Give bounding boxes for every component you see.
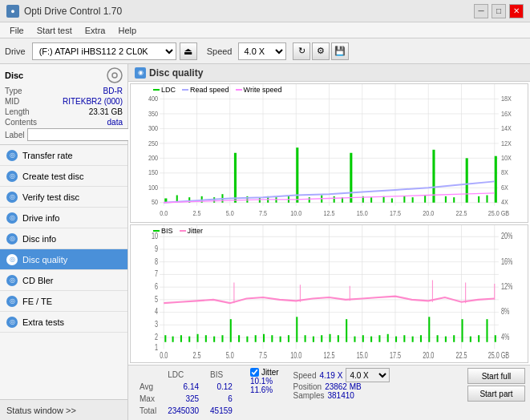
bis-legend-item: BIS bbox=[153, 227, 173, 235]
svg-text:12.5: 12.5 bbox=[323, 350, 334, 359]
nav-drive-info[interactable]: ◎ Drive info bbox=[0, 208, 127, 228]
svg-text:20%: 20% bbox=[501, 231, 513, 240]
eject-button[interactable]: ⏏ bbox=[180, 42, 197, 60]
svg-rect-134 bbox=[213, 336, 215, 341]
svg-rect-132 bbox=[197, 333, 199, 341]
bis-legend: BIS Jitter bbox=[153, 227, 203, 235]
svg-text:15.0: 15.0 bbox=[357, 209, 368, 217]
maximize-button[interactable]: □ bbox=[492, 4, 506, 18]
type-label: Type bbox=[5, 87, 22, 95]
nav-cd-bler[interactable]: ◎ CD Bler bbox=[0, 270, 127, 291]
svg-rect-59 bbox=[275, 197, 277, 203]
transfer-rate-label: Transfer rate bbox=[22, 151, 73, 160]
speed-stat-label: Speed bbox=[293, 371, 317, 380]
svg-text:16X: 16X bbox=[501, 110, 512, 118]
cd-bler-label: CD Bler bbox=[22, 276, 54, 285]
svg-text:22.5: 22.5 bbox=[455, 209, 467, 217]
ldc-label: LDC bbox=[161, 86, 176, 94]
jitter-legend-item: Jitter bbox=[180, 227, 204, 235]
menu-file[interactable]: File bbox=[3, 22, 30, 38]
svg-rect-66 bbox=[350, 153, 352, 203]
nav-transfer-rate[interactable]: ◎ Transfer rate bbox=[0, 145, 127, 166]
menu-start-test[interactable]: Start test bbox=[30, 22, 79, 38]
nav-fe-te[interactable]: ◎ FE / TE bbox=[0, 291, 127, 312]
start-full-button[interactable]: Start full bbox=[467, 368, 525, 384]
bis-label: BIS bbox=[161, 227, 173, 235]
minimize-button[interactable]: ─ bbox=[474, 4, 488, 18]
menu-extra[interactable]: Extra bbox=[79, 22, 112, 38]
svg-text:300: 300 bbox=[148, 124, 158, 132]
read-speed-dot bbox=[182, 89, 188, 91]
start-buttons: Start full Start part bbox=[467, 368, 525, 402]
svg-text:17.5: 17.5 bbox=[390, 209, 401, 217]
svg-rect-145 bbox=[305, 335, 306, 342]
close-button[interactable]: ✕ bbox=[509, 4, 524, 18]
svg-text:10.0: 10.0 bbox=[290, 209, 301, 217]
svg-text:2: 2 bbox=[155, 332, 158, 341]
disc-quality-label: Disc quality bbox=[22, 255, 67, 265]
speed-stat-value: 4.19 X bbox=[319, 371, 342, 380]
svg-text:22.5: 22.5 bbox=[455, 350, 467, 359]
speed-select[interactable]: 4.0 X 8.0 X Max bbox=[238, 42, 286, 60]
svg-rect-144 bbox=[296, 317, 297, 341]
svg-rect-75 bbox=[445, 196, 447, 203]
status-window-button[interactable]: Status window >> bbox=[0, 399, 127, 420]
svg-text:4X: 4X bbox=[501, 199, 508, 207]
menu-help[interactable]: Help bbox=[111, 22, 143, 38]
svg-rect-129 bbox=[172, 336, 174, 341]
app-title: Opti Drive Control 1.70 bbox=[24, 6, 474, 17]
nav-create-test-disc[interactable]: ◎ Create test disc bbox=[0, 166, 127, 187]
stats-table: LDC BIS Avg 6.14 0.12 Max 325 6 bbox=[133, 368, 239, 418]
svg-text:5.0: 5.0 bbox=[226, 209, 234, 217]
nav-disc-info[interactable]: ◎ Disc info bbox=[0, 228, 127, 249]
left-panel: Disc Type BD-R MID RITEKBR2 (000) Length… bbox=[0, 64, 128, 420]
svg-text:4: 4 bbox=[155, 307, 158, 316]
svg-rect-149 bbox=[338, 335, 339, 342]
contents-label: Contents bbox=[5, 118, 37, 127]
svg-rect-154 bbox=[378, 335, 380, 342]
svg-text:200: 200 bbox=[148, 154, 158, 162]
start-part-button[interactable]: Start part bbox=[467, 386, 525, 402]
create-test-disc-icon: ◎ bbox=[6, 171, 18, 182]
fe-te-label: FE / TE bbox=[22, 297, 52, 306]
svg-rect-55 bbox=[234, 153, 237, 203]
ldc-color-dot bbox=[153, 89, 160, 91]
svg-rect-164 bbox=[462, 319, 463, 342]
nav-disc-quality[interactable]: ◎ Disc quality bbox=[0, 249, 127, 270]
svg-text:250: 250 bbox=[148, 139, 158, 147]
svg-rect-168 bbox=[495, 335, 496, 342]
svg-text:400: 400 bbox=[148, 95, 158, 103]
app-icon: ● bbox=[6, 5, 19, 18]
transfer-rate-icon: ◎ bbox=[6, 150, 18, 161]
settings-icon-btn[interactable]: ⚙ bbox=[312, 42, 330, 60]
ldc-legend-item: LDC bbox=[153, 86, 176, 94]
speed-label: Speed bbox=[207, 46, 233, 56]
cd-bler-icon: ◎ bbox=[6, 275, 18, 286]
svg-text:2.5: 2.5 bbox=[192, 209, 200, 217]
speed-stat-select[interactable]: 4.0 X bbox=[346, 368, 390, 382]
svg-point-1 bbox=[112, 73, 117, 78]
svg-rect-70 bbox=[391, 198, 393, 202]
svg-rect-62 bbox=[309, 197, 310, 203]
jitter-checkbox[interactable] bbox=[250, 368, 259, 377]
svg-text:1: 1 bbox=[155, 342, 158, 351]
svg-rect-128 bbox=[164, 335, 166, 342]
jitter-dot bbox=[180, 230, 186, 232]
avg-ldc: 6.14 bbox=[163, 382, 204, 392]
nav-verify-test-disc[interactable]: ◎ Verify test disc bbox=[0, 187, 127, 208]
svg-rect-147 bbox=[321, 335, 322, 342]
label-input[interactable] bbox=[27, 128, 134, 141]
nav-extra-tests[interactable]: ◎ Extra tests bbox=[0, 312, 127, 333]
max-jitter: 11.6% bbox=[250, 386, 279, 394]
svg-text:8%: 8% bbox=[501, 307, 510, 316]
mid-value: RITEKBR2 (000) bbox=[63, 97, 123, 106]
position-label: Position bbox=[293, 382, 322, 391]
svg-rect-71 bbox=[403, 196, 405, 203]
svg-rect-156 bbox=[395, 336, 397, 341]
avg-jitter: 10.1% bbox=[250, 377, 279, 386]
toolbar: Drive (F:) ATAPI iHBS112 2 CL0K ⏏ Speed … bbox=[0, 38, 530, 64]
svg-rect-163 bbox=[453, 335, 455, 342]
length-value: 23.31 GB bbox=[89, 107, 123, 116]
drive-select[interactable]: (F:) ATAPI iHBS112 2 CL0K bbox=[32, 42, 176, 60]
refresh-icon-btn[interactable]: ↻ bbox=[293, 42, 310, 60]
